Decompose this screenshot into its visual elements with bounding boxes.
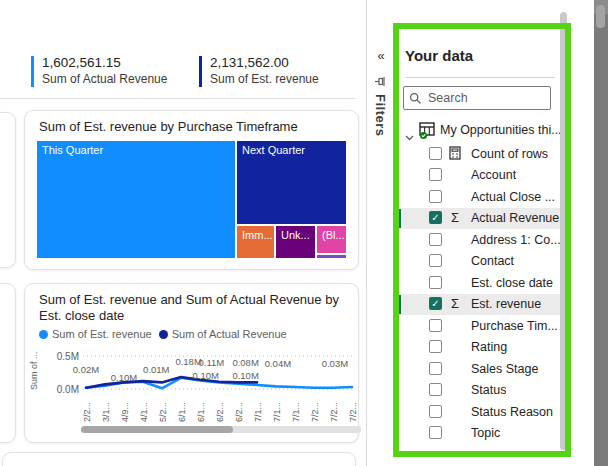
partial-card	[2, 452, 356, 466]
field-row[interactable]: ✓ Σ Est. revenue	[397, 294, 560, 316]
field-label: Sales Stage	[471, 362, 538, 376]
field-label: Status Reason	[471, 405, 553, 419]
field-label: Rating	[471, 340, 507, 354]
filters-pane-label[interactable]: Filters	[373, 94, 388, 137]
field-checkbox[interactable]	[429, 362, 442, 375]
field-checkbox[interactable]	[429, 147, 442, 160]
x-axis-tick: 4/9...	[120, 402, 130, 422]
field-type-icon	[447, 339, 463, 355]
field-checkbox[interactable]	[429, 340, 442, 353]
kpi-label: Sum of Est. revenue	[210, 72, 319, 86]
treemap-segment-next-quarter[interactable]: Next Quarter	[237, 141, 346, 224]
field-row[interactable]: Contact	[397, 251, 560, 273]
field-type-icon	[447, 231, 463, 247]
treemap-segment-this-quarter[interactable]: This Quarter	[37, 141, 235, 258]
dataset-tree-root[interactable]: My Opportunities thi...	[393, 120, 573, 142]
field-row[interactable]: Est. close date	[397, 272, 560, 294]
field-checkbox[interactable]	[429, 319, 442, 332]
field-checkbox[interactable]	[429, 405, 442, 418]
x-axis-tick: 7/2...	[348, 402, 358, 422]
search-input[interactable]	[403, 86, 551, 110]
data-label: 0.11M	[199, 357, 225, 368]
field-label: Address 1: Co...	[471, 233, 561, 247]
field-row[interactable]: Address 1: Co...	[397, 229, 560, 251]
y-axis-tick: 0.0M	[57, 384, 79, 395]
chart-scrollbar-thumb[interactable]	[81, 426, 233, 433]
field-row[interactable]: Topic	[397, 423, 560, 445]
field-row[interactable]: Actual Close ...	[397, 186, 560, 208]
legend-dot-est-revenue	[39, 330, 48, 339]
field-checkbox[interactable]	[429, 276, 442, 289]
field-row[interactable]: Status Reason	[397, 401, 560, 423]
field-label: Contact	[471, 254, 514, 268]
pin-icon[interactable]	[374, 74, 387, 87]
dataset-name: My Opportunities thi...	[440, 123, 562, 137]
filters-pane-collapsed[interactable]: « Filters	[366, 0, 394, 466]
treemap-segment-unknown[interactable]: Unk...	[276, 226, 315, 258]
x-axis-tick: 4/1...	[139, 402, 149, 422]
sigma-icon: Σ	[447, 210, 463, 226]
data-label: 0.02M	[73, 364, 99, 375]
field-checkbox[interactable]	[429, 233, 442, 246]
search-icon	[409, 91, 422, 109]
line-chart-title: Sum of Est. revenue and Sum of Actual Re…	[39, 292, 345, 323]
pane-scrollbar[interactable]	[560, 12, 567, 450]
field-row[interactable]: Count of rows	[397, 143, 560, 165]
search-box[interactable]	[403, 86, 551, 110]
data-label: 0.10M	[232, 370, 258, 381]
field-row[interactable]: Account	[397, 165, 560, 187]
field-row[interactable]: Status	[397, 380, 560, 402]
field-label: Count of rows	[471, 147, 548, 161]
field-checkbox[interactable]	[429, 190, 442, 203]
field-checkbox[interactable]	[429, 383, 442, 396]
field-type-icon	[447, 274, 463, 290]
scrollbar-thumb[interactable]	[596, 5, 605, 28]
treemap-visual-card[interactable]: Sum of Est. revenue by Purchase Timefram…	[24, 110, 359, 270]
treemap-plot: This Quarter Next Quarter Imm... Unk... …	[37, 141, 346, 258]
legend-label[interactable]: Sum of Est. revenue	[52, 328, 152, 340]
treemap-segment-other[interactable]	[317, 255, 346, 258]
x-axis-tick: 7/1...	[291, 402, 301, 422]
field-label: Purchase Tim...	[471, 319, 558, 333]
field-row[interactable]: Purchase Tim...	[397, 315, 560, 337]
line-chart-plot-area: 0.5M0.0MSum of ...2/2...3/1...4/9...4/1.…	[25, 346, 358, 428]
right-scrollbar-strip[interactable]	[594, 0, 608, 466]
field-checkbox[interactable]: ✓	[429, 297, 442, 310]
field-checkbox[interactable]	[429, 168, 442, 181]
line-chart-visual-card[interactable]: Sum of Est. revenue and Sum of Actual Re…	[24, 283, 359, 443]
field-label: Est. revenue	[471, 297, 541, 311]
field-label: Topic	[471, 426, 500, 440]
field-list: Count of rows Account Actual Close ... ✓…	[393, 143, 573, 444]
field-label: Account	[471, 168, 516, 182]
data-label: 0.08M	[232, 357, 258, 368]
treemap-segment-blank[interactable]: (Bl...	[317, 226, 346, 253]
partial-card	[0, 283, 16, 443]
field-row[interactable]: Sales Stage	[397, 358, 560, 380]
line-chart-plot: 0.5M0.0MSum of ...2/2...3/1...4/9...4/1.…	[25, 346, 358, 428]
data-label: 0.10M	[192, 370, 218, 381]
y-axis-tick: 0.5M	[57, 351, 79, 362]
field-checkbox[interactable]	[429, 254, 442, 267]
field-row[interactable]: ✓ Σ Actual Revenue	[397, 208, 560, 230]
field-label: Actual Close ...	[471, 190, 555, 204]
x-axis-tick: 7/2...	[329, 402, 339, 422]
expand-pane-icon[interactable]: «	[374, 48, 388, 63]
field-type-icon	[447, 360, 463, 376]
kpi-value: 2,131,562.00	[210, 55, 289, 70]
chart-horizontal-scrollbar[interactable]	[81, 426, 361, 433]
legend-label[interactable]: Sum of Actual Revenue	[172, 328, 287, 340]
field-type-icon	[447, 167, 463, 183]
field-row[interactable]: Rating	[397, 337, 560, 359]
sigma-icon: Σ	[447, 296, 463, 312]
x-axis-tick: 5/2...	[158, 402, 168, 422]
field-type-icon	[447, 425, 463, 441]
field-checkbox[interactable]	[429, 426, 442, 439]
treemap-segment-immediate[interactable]: Imm...	[237, 226, 274, 258]
x-axis-tick: 2/2...	[82, 402, 92, 422]
field-checkbox[interactable]: ✓	[429, 211, 442, 224]
kpi-accent-bar	[31, 56, 34, 87]
chart-legend: Sum of Est. revenue Sum of Actual Revenu…	[39, 328, 287, 340]
data-label: 0.03M	[322, 358, 348, 369]
x-axis-tick: 6/2...	[234, 402, 244, 422]
kpi-label: Sum of Actual Revenue	[42, 72, 167, 86]
